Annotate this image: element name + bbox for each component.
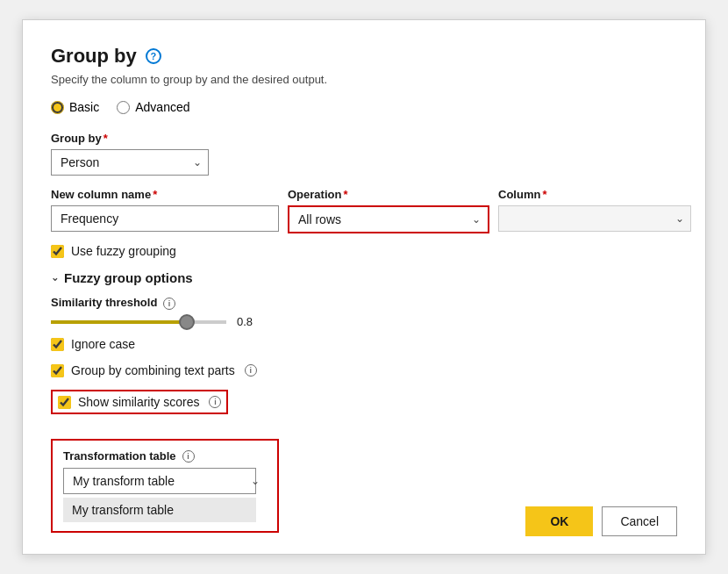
new-column-label: New column name*	[51, 188, 279, 201]
ignore-case-row: Ignore case	[51, 337, 677, 351]
dialog-title: Group by	[51, 45, 137, 68]
operation-select-wrapper: All rows Sum Average Count Min Max ⌄	[288, 205, 489, 233]
advanced-label: Advanced	[135, 100, 189, 114]
show-similarity-container: Show similarity scores i	[51, 390, 677, 427]
similarity-threshold-info-icon[interactable]: i	[163, 298, 175, 310]
operation-label: Operation*	[288, 188, 489, 201]
column-label: Column*	[498, 188, 691, 201]
fuzzy-options-title: Fuzzy group options	[64, 270, 193, 285]
ignore-case-label: Ignore case	[71, 337, 135, 351]
show-similarity-checkbox[interactable]	[58, 396, 71, 409]
basic-radio-label[interactable]: Basic	[51, 100, 99, 114]
ok-button[interactable]: OK	[525, 506, 593, 536]
similarity-value: 0.8	[237, 315, 253, 328]
group-by-select[interactable]: Person Name Category	[51, 149, 209, 176]
operation-select[interactable]: All rows Sum Average Count Min Max	[289, 207, 482, 232]
transformation-dropdown-item[interactable]: My transform table	[63, 498, 256, 522]
fuzzy-grouping-row: Use fuzzy grouping	[51, 244, 677, 258]
group-by-select-wrapper: Person Name Category ⌄	[51, 149, 209, 176]
group-by-dialog: Group by ? Specify the column to group b…	[22, 19, 706, 555]
similarity-threshold-section: Similarity threshold i 0.8	[51, 296, 677, 328]
show-similarity-row: Show similarity scores i	[51, 390, 228, 414]
column-select-wrapper: ⌄	[498, 205, 691, 232]
new-column-input[interactable]	[51, 205, 279, 232]
group-combining-row: Group by combining text parts i	[51, 363, 677, 377]
transformation-select[interactable]: My transform table None	[63, 468, 256, 494]
fuzzy-options-header: ⌄ Fuzzy group options	[51, 270, 677, 285]
similarity-slider[interactable]	[51, 320, 226, 324]
operation-section: Operation* All rows Sum Average Count Mi…	[288, 188, 489, 233]
footer-buttons: OK Cancel	[525, 506, 677, 536]
advanced-radio[interactable]	[117, 101, 130, 114]
column-select[interactable]	[498, 205, 691, 232]
fuzzy-grouping-label: Use fuzzy grouping	[71, 244, 176, 258]
advanced-radio-label[interactable]: Advanced	[117, 100, 189, 114]
dialog-subtitle: Specify the column to group by and the d…	[51, 73, 677, 86]
ignore-case-checkbox[interactable]	[51, 338, 64, 351]
dialog-header: Group by ?	[51, 45, 677, 68]
transformation-table-label: Transformation table i	[63, 449, 267, 463]
transformation-select-wrapper: My transform table None ⌄	[63, 468, 267, 494]
show-similarity-info-icon[interactable]: i	[209, 396, 221, 408]
group-combining-label: Group by combining text parts	[71, 363, 235, 377]
transformation-table-section: Transformation table i My transform tabl…	[51, 439, 279, 533]
similarity-threshold-label: Similarity threshold i	[51, 296, 677, 310]
cancel-button[interactable]: Cancel	[602, 506, 677, 536]
group-by-section: Group by* Person Name Category ⌄	[51, 132, 677, 176]
column-section: Column* ⌄	[498, 188, 691, 232]
show-similarity-label: Show similarity scores	[78, 395, 199, 409]
mode-radio-group: Basic Advanced	[51, 100, 677, 114]
fuzzy-grouping-checkbox[interactable]	[51, 245, 64, 258]
help-icon[interactable]: ?	[146, 48, 161, 64]
three-col-row: New column name* Operation* All rows Sum…	[51, 188, 677, 233]
group-by-label: Group by*	[51, 132, 677, 145]
new-column-section: New column name*	[51, 188, 279, 232]
basic-label: Basic	[69, 100, 99, 114]
group-combining-info-icon[interactable]: i	[245, 364, 257, 377]
basic-radio[interactable]	[51, 101, 64, 114]
group-combining-checkbox[interactable]	[51, 364, 64, 377]
fuzzy-options-collapse-icon[interactable]: ⌄	[51, 272, 59, 283]
transformation-table-info-icon[interactable]: i	[182, 450, 195, 463]
slider-container: 0.8	[51, 315, 677, 328]
fuzzy-options-section: ⌄ Fuzzy group options Similarity thresho…	[51, 270, 677, 533]
